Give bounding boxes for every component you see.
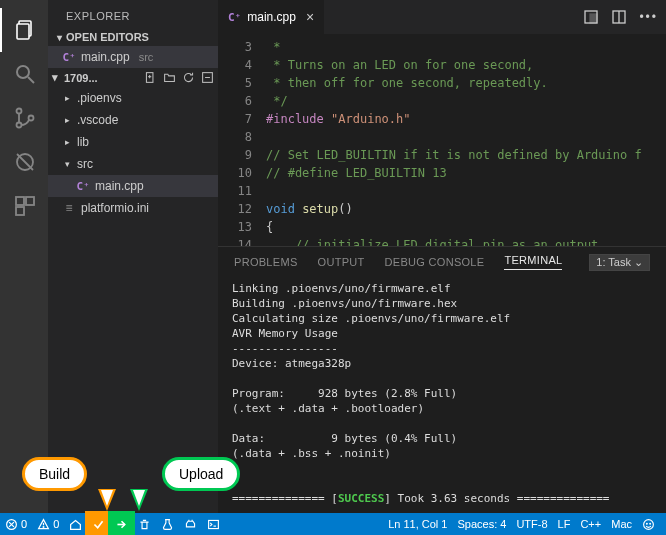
tab-label: main.cpp [247,10,296,24]
svg-rect-11 [16,207,24,215]
tree-row-platformio-ini[interactable]: ≡platformio.ini [48,197,218,219]
svg-rect-1 [17,24,29,39]
open-editor-dir: src [139,51,154,63]
pio-upload-button[interactable] [110,513,133,535]
file-tree: ▸.pioenvs▸.vscode▸lib▾srcC⁺main.cpp≡plat… [48,87,218,225]
pio-serial-button[interactable] [179,513,202,535]
svg-rect-18 [590,14,597,23]
status-eol[interactable]: LF [553,518,576,530]
code-editor[interactable]: 34567891011121314 * * Turns on an LED on… [218,34,666,246]
folder-header[interactable]: ▾ 1709... [48,68,218,87]
more-icon[interactable]: ••• [639,10,658,24]
task-selector[interactable]: 1: Task ⌄ [589,254,650,271]
collapse-icon[interactable] [201,71,214,84]
status-bar: 0 0 Ln 11, Col 1 Spaces: 4 UTF-8 LF C++ … [0,513,666,535]
source-control-icon[interactable] [0,96,48,140]
tab-main-cpp[interactable]: C⁺ main.cpp × [218,0,325,34]
close-icon[interactable]: × [306,9,314,25]
explorer-icon[interactable] [0,8,48,52]
sidebar-title: EXPLORER [48,0,218,28]
pio-test-button[interactable] [156,513,179,535]
panel-tab-problems[interactable]: PROBLEMS [234,256,298,268]
open-editors-header[interactable]: ▾OPEN EDITORS [48,28,218,46]
svg-point-4 [17,109,22,114]
open-editor-item[interactable]: C⁺ main.cpp src [48,46,218,68]
bottom-panel: PROBLEMSOUTPUTDEBUG CONSOLETERMINAL1: Ta… [218,246,666,513]
folder-name: 1709... [64,72,98,84]
panel-tab-output[interactable]: OUTPUT [318,256,365,268]
status-errors[interactable]: 0 [0,513,32,535]
svg-rect-29 [209,520,219,528]
pio-terminal-button[interactable] [202,513,225,535]
search-icon[interactable] [0,52,48,96]
svg-point-6 [29,116,34,121]
status-os[interactable]: Mac [606,518,637,530]
editor-tabbar: C⁺ main.cpp × ••• [218,0,666,34]
status-language[interactable]: C++ [575,518,606,530]
tree-row-src[interactable]: ▾src [48,153,218,175]
pio-clean-button[interactable] [133,513,156,535]
tree-row--vscode[interactable]: ▸.vscode [48,109,218,131]
pio-home-button[interactable] [64,513,87,535]
svg-rect-9 [16,197,24,205]
status-feedback-icon[interactable] [637,518,660,531]
svg-point-33 [650,523,651,524]
tree-row--pioenvs[interactable]: ▸.pioenvs [48,87,218,109]
callout-build: Build [22,457,87,491]
terminal-output[interactable]: Linking .pioenvs/uno/firmware.elf Buildi… [218,277,666,513]
tree-row-lib[interactable]: ▸lib [48,131,218,153]
new-file-icon[interactable] [144,71,157,84]
svg-point-25 [43,526,44,527]
refresh-icon[interactable] [182,71,195,84]
status-spaces[interactable]: Spaces: 4 [452,518,511,530]
split-editor-icon[interactable] [611,9,627,25]
open-editor-filename: main.cpp [81,50,130,64]
svg-point-32 [646,523,647,524]
svg-line-3 [28,77,34,83]
activity-bar [0,0,48,513]
panel-tab-terminal[interactable]: TERMINAL [504,254,562,270]
extensions-icon[interactable] [0,184,48,228]
open-editors-label: OPEN EDITORS [66,31,149,43]
debug-icon[interactable] [0,140,48,184]
pio-build-button[interactable] [87,513,110,535]
split-preview-icon[interactable] [583,9,599,25]
tree-row-main-cpp[interactable]: C⁺main.cpp [48,175,218,197]
svg-point-2 [17,66,29,78]
panel-tab-debug-console[interactable]: DEBUG CONSOLE [385,256,485,268]
callout-upload: Upload [162,457,240,491]
svg-point-5 [17,123,22,128]
panel-tabs: PROBLEMSOUTPUTDEBUG CONSOLETERMINAL1: Ta… [218,247,666,277]
svg-rect-10 [26,197,34,205]
explorer-sidebar: EXPLORER ▾OPEN EDITORS C⁺ main.cpp src ▾… [48,0,218,513]
new-folder-icon[interactable] [163,71,176,84]
status-cursor[interactable]: Ln 11, Col 1 [383,518,452,530]
status-warnings[interactable]: 0 [32,513,64,535]
status-encoding[interactable]: UTF-8 [511,518,552,530]
